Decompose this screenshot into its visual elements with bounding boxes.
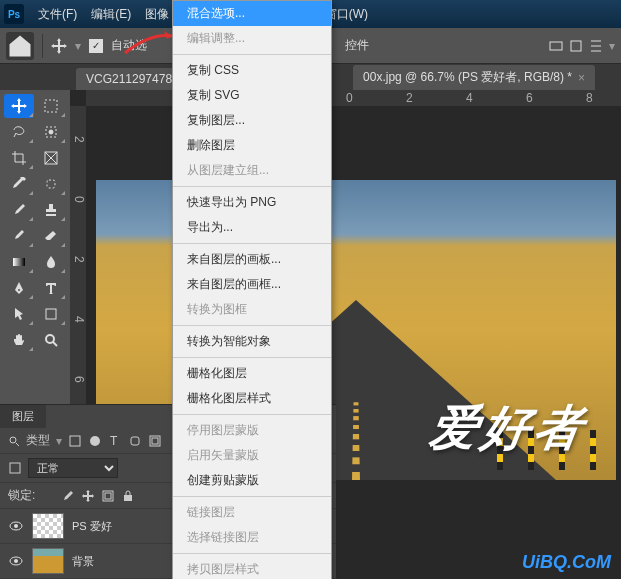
eyedropper-tool[interactable] xyxy=(4,172,34,196)
search-icon[interactable] xyxy=(8,435,20,447)
type-tool[interactable] xyxy=(36,276,66,300)
context-menu-item[interactable]: 转换为智能对象 xyxy=(173,329,331,354)
align-icon[interactable] xyxy=(549,39,563,53)
svg-point-25 xyxy=(14,559,18,563)
filter-smart-icon[interactable] xyxy=(148,434,162,448)
auto-select-checkbox[interactable]: ✓ xyxy=(89,39,103,53)
stamp-tool[interactable] xyxy=(36,198,66,222)
zoom-tool[interactable] xyxy=(36,328,66,352)
svg-rect-1 xyxy=(571,41,581,51)
svg-text:T: T xyxy=(110,434,118,448)
context-menu-item: 从图层建立组... xyxy=(173,158,331,183)
svg-point-4 xyxy=(49,130,53,134)
filter-shape-icon[interactable] xyxy=(128,434,142,448)
svg-rect-14 xyxy=(131,437,139,445)
document-tab[interactable]: 00x.jpg @ 66.7% (PS 爱好者, RGB/8) *× xyxy=(353,65,595,90)
align-icon[interactable] xyxy=(589,39,603,53)
context-menu-item[interactable]: 来自图层的画板... xyxy=(173,247,331,272)
context-menu-item: 链接图层 xyxy=(173,500,331,525)
context-menu-item[interactable]: 快速导出为 PNG xyxy=(173,190,331,215)
ps-logo: Ps xyxy=(4,4,24,24)
context-menu-item: 拷贝图层样式 xyxy=(173,557,331,579)
svg-rect-8 xyxy=(46,309,56,319)
lock-transparency-icon[interactable] xyxy=(41,489,55,503)
blur-tool[interactable] xyxy=(36,250,66,274)
layer-thumbnail xyxy=(32,513,64,539)
lock-artboard-icon[interactable] xyxy=(101,489,115,503)
svg-point-9 xyxy=(46,335,54,343)
context-menu-item[interactable]: 栅格化图层样式 xyxy=(173,386,331,411)
svg-point-10 xyxy=(10,437,16,443)
context-menu-item: 编辑调整... xyxy=(173,26,331,51)
eraser-tool[interactable] xyxy=(36,224,66,248)
align-icon[interactable] xyxy=(569,39,583,53)
shape-tool[interactable] xyxy=(36,302,66,326)
home-button[interactable] xyxy=(6,32,34,60)
menu-item[interactable]: 编辑(E) xyxy=(85,4,137,25)
context-menu-item[interactable]: 复制 CSS xyxy=(173,58,331,83)
controls-label: 控件 xyxy=(345,37,369,54)
svg-point-12 xyxy=(90,436,100,446)
svg-rect-18 xyxy=(43,491,53,501)
context-menu-item: 启用矢量蒙版 xyxy=(173,443,331,468)
lock-all-icon[interactable] xyxy=(121,489,135,503)
visibility-icon[interactable] xyxy=(8,553,24,569)
svg-point-23 xyxy=(14,524,18,528)
context-menu-item[interactable]: 栅格化图层 xyxy=(173,361,331,386)
move-tool[interactable] xyxy=(4,94,34,118)
svg-rect-17 xyxy=(10,463,20,473)
svg-rect-7 xyxy=(13,258,25,266)
healing-tool[interactable] xyxy=(36,172,66,196)
svg-rect-2 xyxy=(45,100,57,112)
move-tool-icon xyxy=(51,38,67,54)
lasso-tool[interactable] xyxy=(4,120,34,144)
menu-item[interactable]: 图像 xyxy=(139,4,175,25)
context-menu-item[interactable]: 复制图层... xyxy=(173,108,331,133)
crop-tool[interactable] xyxy=(4,146,34,170)
context-menu-item[interactable]: 混合选项... xyxy=(173,1,331,26)
hand-tool[interactable] xyxy=(4,328,34,352)
watermark: UiBQ.CoM xyxy=(522,552,611,573)
layer-name: PS 爱好 xyxy=(72,519,112,534)
filter-type-icon[interactable]: T xyxy=(108,434,122,448)
context-menu-item: 选择链接图层 xyxy=(173,525,331,550)
svg-rect-6 xyxy=(47,180,55,188)
svg-rect-11 xyxy=(70,436,80,446)
svg-rect-16 xyxy=(152,438,158,444)
quick-select-tool[interactable] xyxy=(36,120,66,144)
lock-paint-icon[interactable] xyxy=(61,489,75,503)
path-select-tool[interactable] xyxy=(4,302,34,326)
svg-rect-20 xyxy=(105,493,111,499)
marquee-tool[interactable] xyxy=(36,94,66,118)
svg-rect-21 xyxy=(124,495,132,501)
blend-mode-select[interactable]: 正常 xyxy=(28,458,118,478)
pen-tool[interactable] xyxy=(4,276,34,300)
lock-indicator-icon xyxy=(8,461,22,475)
gradient-tool[interactable] xyxy=(4,250,34,274)
frame-tool[interactable] xyxy=(36,146,66,170)
filter-pixel-icon[interactable] xyxy=(68,434,82,448)
brush-tool[interactable] xyxy=(4,198,34,222)
lock-position-icon[interactable] xyxy=(81,489,95,503)
context-menu-item[interactable]: 来自图层的画框... xyxy=(173,272,331,297)
context-menu-item[interactable]: 导出为... xyxy=(173,215,331,240)
annotation-arrow xyxy=(120,28,180,61)
ruler-horizontal: 02468 xyxy=(86,90,621,106)
context-menu: 混合选项...编辑调整...复制 CSS复制 SVG复制图层...删除图层从图层… xyxy=(172,0,332,579)
context-menu-item[interactable]: 复制 SVG xyxy=(173,83,331,108)
context-menu-item: 停用图层蒙版 xyxy=(173,418,331,443)
context-menu-item: 转换为图框 xyxy=(173,297,331,322)
document-tab[interactable]: VCG211297478 xyxy=(76,68,182,90)
layer-thumbnail xyxy=(32,548,64,574)
svg-rect-0 xyxy=(550,42,562,50)
layer-name: 背景 xyxy=(72,554,94,569)
context-menu-item[interactable]: 创建剪贴蒙版 xyxy=(173,468,331,493)
context-menu-item[interactable]: 删除图层 xyxy=(173,133,331,158)
menu-item[interactable]: 文件(F) xyxy=(32,4,83,25)
panel-tab-layers[interactable]: 图层 xyxy=(0,405,46,428)
filter-adjust-icon[interactable] xyxy=(88,434,102,448)
visibility-icon[interactable] xyxy=(8,518,24,534)
close-icon[interactable]: × xyxy=(578,71,585,85)
history-brush-tool[interactable] xyxy=(4,224,34,248)
canvas-text: 爱好者 xyxy=(426,396,591,460)
